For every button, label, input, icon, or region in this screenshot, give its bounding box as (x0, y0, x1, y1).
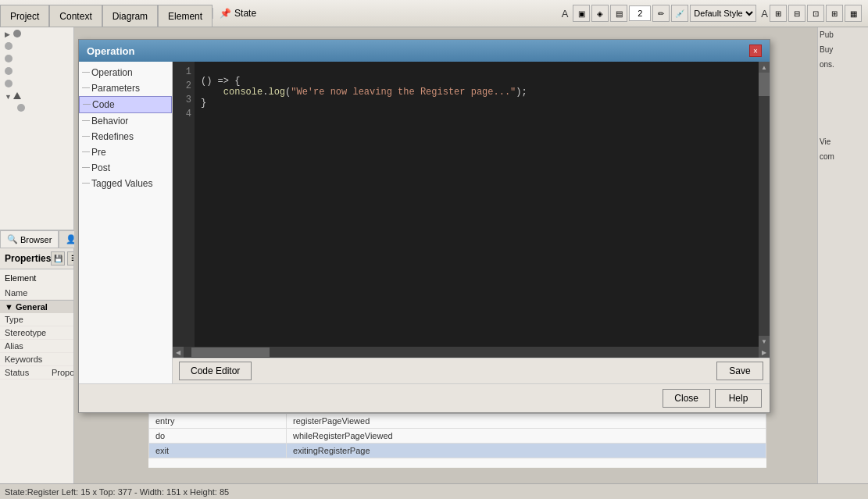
dialog-nav-tagged[interactable]: Tagged Values (79, 176, 172, 191)
operation-dialog: Operation × Operation Parameters Code Be… (78, 39, 770, 413)
pencil-btn[interactable]: ✏ (652, 5, 670, 22)
prop-status-label: Status (5, 368, 52, 377)
right-ons: ons. (818, 57, 868, 72)
dialog-nav-operation[interactable]: Operation (79, 65, 172, 80)
main-tab-bar: Project Context Diagram Element (0, 0, 213, 27)
tree-item-triangle[interactable]: ▼ (0, 90, 73, 102)
left-panel: ▶ ▼ 🔍 (0, 27, 74, 483)
dialog-nav-code[interactable]: Code (79, 96, 172, 113)
scroll-down-btn[interactable]: ▼ (759, 336, 770, 347)
scroll-track-h[interactable] (184, 347, 759, 358)
scroll-right-btn[interactable]: ▶ (759, 347, 770, 358)
tree-item-1[interactable]: ▶ (0, 27, 73, 40)
center-area: Operation × Operation Parameters Code Be… (74, 27, 817, 483)
right-panel: Pub Buy ons. Vie com (817, 27, 868, 483)
diagram-tree: ▶ ▼ (0, 27, 73, 230)
table-row-exit[interactable]: exit exitingRegisterPage (149, 444, 766, 458)
scroll-left-btn[interactable]: ◀ (173, 347, 184, 358)
prop-general-arrow: ▼ (5, 302, 13, 312)
state-tab-label[interactable]: State (234, 8, 256, 19)
grid-btn5[interactable]: ▦ (845, 5, 862, 22)
dialog-title: Operation (87, 45, 134, 57)
dialog-action-buttons: Close Help (663, 389, 762, 408)
tree-subitem-1[interactable] (0, 102, 73, 114)
tree-item-3[interactable] (0, 52, 73, 65)
save-props-btn[interactable]: 💾 (51, 251, 65, 266)
help-btn[interactable]: Help (715, 389, 762, 408)
properties-panel: Properties 💾 ☰ 🖼 Element Name ▼ General … (0, 248, 73, 483)
row-do-type: do (149, 429, 287, 444)
dialog-nav-redefines[interactable]: Redefines (79, 129, 172, 144)
menu-props-btn[interactable]: ☰ (67, 251, 73, 266)
prop-name-label: Name (5, 288, 52, 298)
eyedropper-btn[interactable]: 💉 (671, 5, 688, 22)
buy-label: Buy (820, 45, 833, 54)
toolbar-icons: A ▣ ◈ ▤ ✏ 💉 Default Style A ⊞ ⊟ ⊡ ⊞ ▦ (555, 5, 868, 22)
com-label: com (820, 152, 834, 161)
scroll-up-btn[interactable]: ▲ (759, 62, 770, 73)
prop-general-label: General (16, 302, 48, 312)
line-num-1: 1 (173, 65, 191, 79)
grid-btn1[interactable]: ⊞ (770, 5, 787, 22)
dialog-close-btn[interactable]: × (749, 45, 762, 57)
row-exit-name: exitingRegisterPage (287, 444, 766, 458)
expand-arrow-1: ▶ (5, 30, 11, 37)
element-label-section: Element (0, 269, 73, 287)
line-btn[interactable]: ▤ (610, 5, 627, 22)
oval-icon-5 (5, 80, 13, 87)
tab-diagram[interactable]: Diagram (102, 5, 158, 27)
code-scrollbar-h: ◀ ▶ (173, 347, 770, 358)
table-row-entry[interactable]: entry registerPageViewed (149, 414, 766, 429)
browser-tab[interactable]: 🔍 Browser (0, 230, 59, 248)
grid-btn4[interactable]: ⊞ (826, 5, 843, 22)
pub-label: Pub (820, 30, 834, 39)
right-pub: Pub (818, 27, 868, 42)
tree-item-5[interactable] (0, 77, 73, 90)
oval-icon-3 (5, 55, 13, 62)
props-icons: 💾 ☰ 🖼 (51, 251, 73, 266)
tree-item-2[interactable] (0, 40, 73, 52)
prop-row-alias: Alias (0, 340, 73, 353)
tree-item-4[interactable] (0, 65, 73, 77)
row-do-name: whileRegisterPageViewed (287, 429, 766, 444)
line-num-3: 3 (173, 93, 191, 107)
scroll-thumb-v[interactable] (759, 73, 770, 96)
code-content[interactable]: () => { console.log("We're now leaving t… (195, 62, 759, 347)
font-icon: A (562, 8, 569, 20)
dialog-nav-parameters[interactable]: Parameters (79, 80, 172, 96)
save-btn[interactable]: Save (716, 362, 763, 380)
grid-btn3[interactable]: ⊡ (807, 5, 824, 22)
scroll-thumb-h[interactable] (191, 348, 270, 357)
style-select[interactable]: Default Style (690, 5, 756, 22)
table-row-do[interactable]: do whileRegisterPageViewed (149, 429, 766, 444)
ons-label: ons. (820, 60, 834, 69)
row-exit-type: exit (149, 444, 287, 458)
expand-arrow-2: ▼ (5, 93, 11, 99)
triangle-icon (13, 92, 21, 99)
code-editor-btn[interactable]: Code Editor (179, 362, 252, 380)
prop-row-status: Status Proposed (0, 366, 73, 380)
vie-label: Vie (820, 137, 830, 146)
prop-stereotype-label: Stereotype (5, 328, 52, 337)
tab-context[interactable]: Context (49, 5, 102, 27)
right-com: com (818, 149, 868, 164)
fill-btn[interactable]: ◈ (591, 5, 609, 22)
prop-row-stereotype: Stereotype (0, 326, 73, 340)
dialog-nav-behavior[interactable]: Behavior (79, 113, 172, 129)
grid-btn2[interactable]: ⊟ (788, 5, 805, 22)
status-bar: State:Register Left: 15 x Top: 377 - Wid… (0, 483, 868, 499)
oval-icon-1 (13, 30, 21, 37)
tab-element[interactable]: Element (158, 5, 213, 27)
code-editor-inner: 1 2 3 4 () => { console.log("We're now l… (173, 62, 770, 347)
color-picker-btn[interactable]: ▣ (573, 5, 590, 22)
dialog-bottom: Close Help (79, 383, 770, 412)
close-btn[interactable]: Close (663, 389, 710, 408)
dialog-nav-pre[interactable]: Pre (79, 144, 172, 160)
tab-project[interactable]: Project (0, 5, 49, 27)
dialog-nav-post[interactable]: Post (79, 160, 172, 176)
zoom-input[interactable] (629, 5, 651, 21)
oval-icon-2 (5, 42, 13, 50)
element-label: Element (5, 272, 69, 284)
prop-type-label: Type (5, 315, 52, 324)
scroll-track-v[interactable] (759, 73, 770, 336)
